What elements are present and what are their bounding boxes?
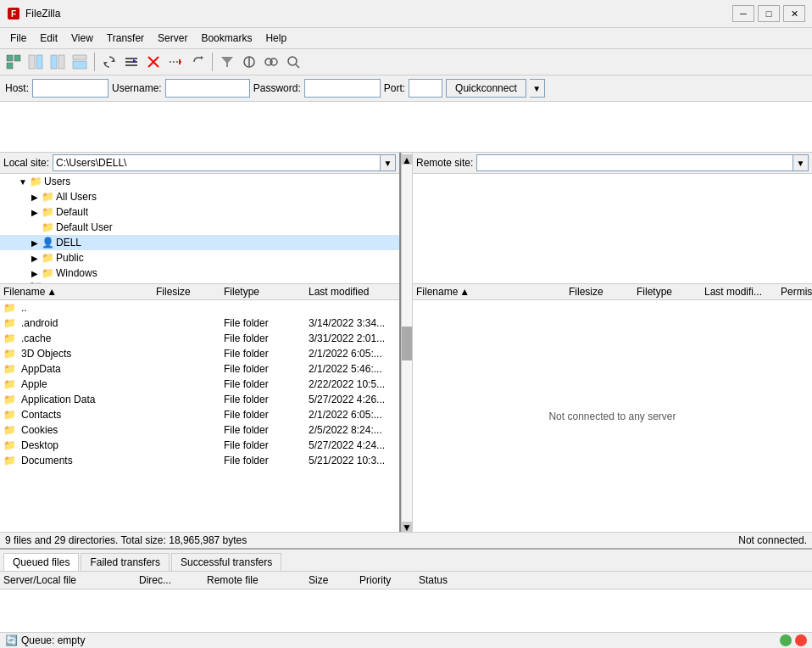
file-row-contacts[interactable]: 📁 Contacts File folder 2/1/2022 6:05:... bbox=[0, 407, 399, 422]
filter-button[interactable] bbox=[217, 52, 237, 72]
toggle-dir-comparison-button[interactable] bbox=[239, 52, 259, 72]
scroll-thumb[interactable] bbox=[402, 327, 412, 360]
file-row-desktop[interactable]: 📁 Desktop File folder 5/27/2022 4:24... bbox=[0, 438, 399, 453]
menu-edit[interactable]: Edit bbox=[33, 30, 64, 47]
file-row-cache[interactable]: 📁 .cache File folder 3/31/2022 2:01... bbox=[0, 331, 399, 346]
scroll-down-arrow[interactable]: ▼ bbox=[402, 522, 412, 532]
queue-body bbox=[0, 589, 812, 632]
cancel-button[interactable] bbox=[143, 52, 164, 72]
tree-item-public[interactable]: ▶ 📁 Public bbox=[0, 250, 399, 265]
expand-icon[interactable]: ▶ bbox=[17, 284, 29, 285]
menu-file[interactable]: File bbox=[3, 30, 33, 47]
expand-icon[interactable]: ▶ bbox=[29, 238, 41, 248]
toggle-remote-tree-button[interactable] bbox=[47, 52, 68, 72]
remote-col-filetype-header[interactable]: Filetype bbox=[633, 286, 701, 298]
quickconnect-dropdown-arrow[interactable]: ▼ bbox=[530, 79, 545, 98]
tab-queued-files[interactable]: Queued files bbox=[3, 553, 79, 571]
menu-server[interactable]: Server bbox=[151, 30, 194, 47]
expand-icon[interactable]: ▶ bbox=[29, 254, 41, 263]
expand-icon[interactable]: ▼ bbox=[17, 177, 29, 187]
disconnect-button[interactable] bbox=[165, 52, 186, 72]
qcol-dir-header[interactable]: Direc... bbox=[136, 573, 203, 587]
tab-failed-transfers[interactable]: Failed transfers bbox=[81, 553, 170, 571]
qcol-server-header[interactable]: Server/Local file bbox=[0, 573, 136, 587]
refresh-button[interactable] bbox=[99, 52, 120, 72]
quickconnect-button[interactable]: Quickconnect bbox=[446, 79, 526, 98]
folder-icon: 📁 bbox=[41, 221, 54, 234]
scroll-up-arrow[interactable]: ▲ bbox=[402, 154, 412, 165]
file-row-cookies[interactable]: 📁 Cookies File folder 2/5/2022 8:24:... bbox=[0, 422, 399, 438]
expand-icon[interactable]: ▶ bbox=[29, 269, 41, 278]
red-indicator[interactable] bbox=[795, 634, 807, 646]
tree-item-d-drive[interactable]: ▶ 💾 D: (Western Digital) bbox=[0, 281, 399, 284]
password-input[interactable] bbox=[304, 79, 381, 98]
file-size-cell bbox=[153, 307, 220, 309]
file-type-cell: File folder bbox=[220, 408, 305, 422]
filesize-header-label: Filesize bbox=[156, 286, 191, 298]
tree-item-windows[interactable]: ▶ 📁 Windows bbox=[0, 265, 399, 281]
tree-item-defaultuser[interactable]: 📁 Default User bbox=[0, 220, 399, 235]
remote-col-modified-header[interactable]: Last modifi... bbox=[701, 286, 777, 298]
svg-line-28 bbox=[296, 64, 299, 68]
expand-icon[interactable]: ▶ bbox=[29, 208, 41, 217]
process-queue-button[interactable] bbox=[121, 52, 142, 72]
menu-bookmarks[interactable]: Bookmarks bbox=[194, 30, 259, 47]
green-indicator[interactable] bbox=[780, 634, 792, 646]
file-type-cell: File folder bbox=[220, 377, 305, 391]
site-manager-button[interactable] bbox=[3, 52, 24, 72]
remote-col-filesize-header[interactable]: Filesize bbox=[565, 286, 633, 298]
menu-help[interactable]: Help bbox=[259, 30, 293, 47]
col-filetype-header[interactable]: Filetype bbox=[220, 286, 305, 298]
menu-transfer[interactable]: Transfer bbox=[100, 30, 151, 47]
local-site-path[interactable] bbox=[53, 154, 381, 171]
qcol-priority-header[interactable]: Priority bbox=[356, 573, 415, 587]
file-row-3dobjects[interactable]: 📁 3D Objects File folder 2/1/2022 6:05:.… bbox=[0, 346, 399, 361]
col-filesize-header[interactable]: Filesize bbox=[153, 286, 220, 298]
port-input[interactable] bbox=[409, 79, 442, 98]
file-size-cell bbox=[153, 444, 220, 446]
remote-col-permissions-header[interactable]: Permissi... bbox=[777, 286, 812, 298]
maximize-button[interactable]: □ bbox=[758, 5, 780, 22]
titlebar-controls: ─ □ ✕ bbox=[732, 5, 805, 22]
tree-item-users[interactable]: ▼ 📁 Users bbox=[0, 174, 399, 189]
tree-item-label: Users bbox=[44, 176, 70, 187]
col-filename-header[interactable]: Filename ▲ bbox=[0, 286, 153, 298]
synchronized-browsing-button[interactable] bbox=[261, 52, 281, 72]
tree-item-dell[interactable]: ▶ 👤 DELL bbox=[0, 235, 399, 250]
tab-successful-transfers[interactable]: Successful transfers bbox=[171, 553, 281, 571]
file-row-documents[interactable]: 📁 Documents File folder 5/21/2022 10:3..… bbox=[0, 453, 399, 468]
qcol-status-header[interactable]: Status bbox=[415, 573, 812, 587]
titlebar: F FileZilla ─ □ ✕ bbox=[0, 0, 812, 28]
local-site-dropdown[interactable]: ▼ bbox=[381, 154, 396, 171]
search-button[interactable] bbox=[283, 52, 303, 72]
remote-col-filename-header[interactable]: Filename ▲ bbox=[413, 286, 565, 298]
remote-site-dropdown[interactable]: ▼ bbox=[793, 154, 809, 171]
toggle-local-tree-button[interactable] bbox=[25, 52, 46, 72]
qcol-size-header[interactable]: Size bbox=[305, 573, 356, 587]
toolbar-separator-1 bbox=[94, 53, 95, 71]
menu-view[interactable]: View bbox=[64, 30, 100, 47]
close-button[interactable]: ✕ bbox=[783, 5, 805, 22]
file-row-appdata[interactable]: 📁 AppData File folder 2/1/2022 5:46:... bbox=[0, 361, 399, 377]
file-row-parent[interactable]: 📁 .. bbox=[0, 300, 399, 316]
host-input[interactable] bbox=[32, 79, 108, 98]
tree-item-allusers[interactable]: ▶ 📁 All Users bbox=[0, 189, 399, 204]
file-row-android[interactable]: 📁 .android File folder 3/14/2022 3:34... bbox=[0, 316, 399, 331]
filesize-header-label: Filesize bbox=[569, 286, 603, 298]
minimize-button[interactable]: ─ bbox=[732, 5, 754, 22]
col-modified-header[interactable]: Last modified bbox=[305, 286, 399, 298]
local-file-list-header: Filename ▲ Filesize Filetype Last modifi… bbox=[0, 284, 399, 300]
local-scrollbar[interactable]: ▲ ▼ bbox=[401, 153, 413, 532]
file-row-appdata2[interactable]: 📁 Application Data File folder 5/27/2022… bbox=[0, 392, 399, 407]
toggle-log-button[interactable] bbox=[70, 52, 90, 72]
file-row-apple[interactable]: 📁 Apple File folder 2/22/2022 10:5... bbox=[0, 377, 399, 392]
reconnect-button[interactable] bbox=[187, 52, 208, 72]
file-type-cell: File folder bbox=[220, 316, 305, 330]
permissions-header-label: Permissi... bbox=[781, 286, 812, 298]
file-size-cell bbox=[153, 429, 220, 431]
expand-icon[interactable]: ▶ bbox=[29, 193, 41, 202]
qcol-remote-header[interactable]: Remote file bbox=[203, 573, 305, 587]
username-input[interactable] bbox=[165, 79, 250, 98]
tree-item-default[interactable]: ▶ 📁 Default bbox=[0, 204, 399, 220]
remote-site-path[interactable] bbox=[476, 154, 793, 171]
